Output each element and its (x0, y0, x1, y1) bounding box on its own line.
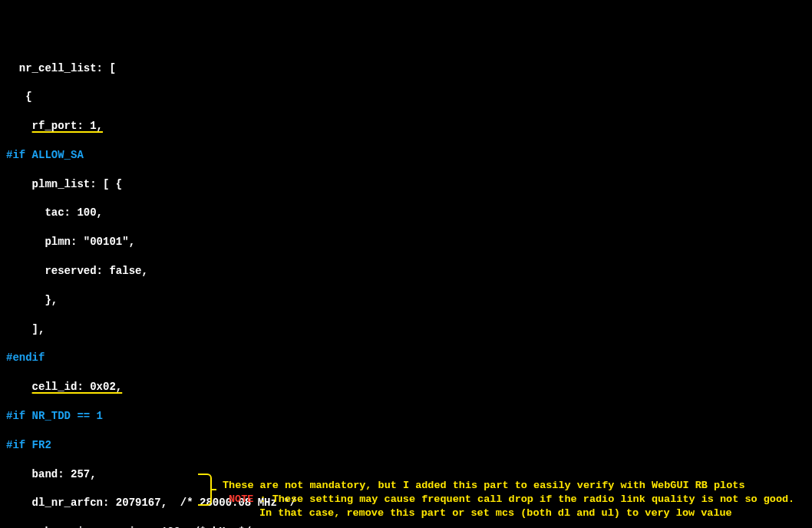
code-line: rf_port: 1, (6, 119, 806, 134)
annotation-text-line3: In that case, remove this part or set mc… (259, 507, 732, 520)
code-line: reserved: false, (6, 264, 806, 279)
annotation-text-line1: These are not mandatory, but I added thi… (223, 479, 745, 493)
code-line: ], (6, 322, 806, 337)
code-line: nr_cell_list: [ (6, 61, 806, 76)
code-line: subcarrier_spacing: 120, /* kHz */ (6, 525, 806, 528)
highlight-rf-port: rf_port: 1, (32, 120, 103, 132)
code-line: }, (6, 293, 806, 308)
code-line: { (6, 90, 806, 104)
code-line: plmn_list: [ { (6, 177, 806, 192)
code-line: cell_id: 0x02, (6, 380, 806, 394)
brace-annotation-icon (198, 474, 212, 506)
preprocessor-line: #if ALLOW_SA (6, 148, 806, 163)
annotation-text-line2: NOTE : These setting may cause frequent … (229, 493, 794, 507)
highlight-cell-id: cell_id: 0x02, (32, 381, 123, 393)
preprocessor-line: #endif (6, 351, 806, 365)
code-line: tac: 100, (6, 206, 806, 220)
preprocessor-line: #if NR_TDD == 1 (6, 409, 806, 424)
preprocessor-line: #if FR2 (6, 438, 806, 453)
code-block: { "lines": { "l1": " nr_cell_list: [", "… (0, 0, 812, 528)
code-line: plmn: "00101", (6, 235, 806, 249)
note-label: NOTE (229, 493, 253, 505)
